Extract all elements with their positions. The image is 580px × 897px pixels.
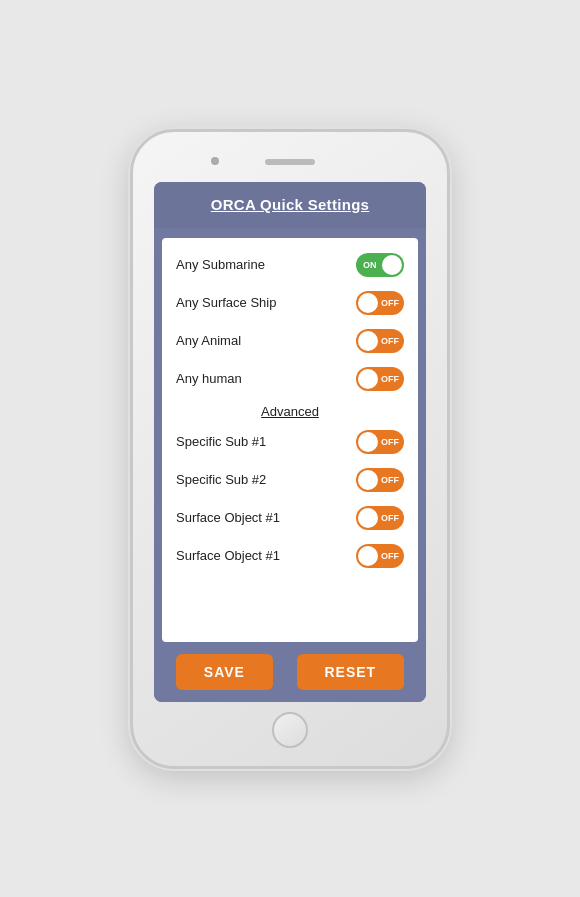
toggle-surface-object-1[interactable]: OFF (356, 506, 404, 530)
toggle-surface-object-2[interactable]: OFF (356, 544, 404, 568)
setting-label-surface-object-2: Surface Object #1 (176, 548, 280, 563)
setting-label-any-submarine: Any Submarine (176, 257, 265, 272)
setting-row-any-surface-ship: Any Surface Ship OFF (162, 284, 418, 322)
setting-label-any-human: Any human (176, 371, 242, 386)
toggle-knob (358, 432, 378, 452)
toggle-text: OFF (381, 437, 399, 447)
phone-frame: ORCA Quick Settings Any Submarine ON Any… (130, 129, 450, 769)
setting-label-surface-object-1: Surface Object #1 (176, 510, 280, 525)
phone-camera (211, 157, 219, 165)
settings-panel: Any Submarine ON Any Surface Ship OFF An… (162, 238, 418, 642)
phone-bottom (272, 712, 308, 748)
toggle-any-animal[interactable]: OFF (356, 329, 404, 353)
setting-label-any-animal: Any Animal (176, 333, 241, 348)
toggle-text: OFF (381, 298, 399, 308)
page-title: ORCA Quick Settings (211, 196, 370, 213)
phone-speaker (265, 159, 315, 165)
toggle-any-human[interactable]: OFF (356, 367, 404, 391)
screen-header: ORCA Quick Settings (154, 182, 426, 228)
toggle-knob (358, 470, 378, 490)
setting-row-surface-object-2: Surface Object #1 OFF (162, 537, 418, 575)
toggle-text: ON (363, 260, 377, 270)
toggle-any-submarine[interactable]: ON (356, 253, 404, 277)
toggle-text: OFF (381, 551, 399, 561)
save-button[interactable]: SAVE (176, 654, 273, 690)
toggle-text: OFF (381, 374, 399, 384)
toggle-knob (358, 508, 378, 528)
setting-label-specific-sub-2: Specific Sub #2 (176, 472, 266, 487)
phone-top-bar (143, 150, 437, 174)
home-button[interactable] (272, 712, 308, 748)
setting-row-any-submarine: Any Submarine ON (162, 246, 418, 284)
setting-row-specific-sub-1: Specific Sub #1 OFF (162, 423, 418, 461)
toggle-text: OFF (381, 475, 399, 485)
setting-row-surface-object-1: Surface Object #1 OFF (162, 499, 418, 537)
toggle-knob (358, 293, 378, 313)
toggle-text: OFF (381, 336, 399, 346)
setting-label-any-surface-ship: Any Surface Ship (176, 295, 276, 310)
setting-row-any-animal: Any Animal OFF (162, 322, 418, 360)
toggle-specific-sub-2[interactable]: OFF (356, 468, 404, 492)
toggle-knob (358, 546, 378, 566)
toggle-text: OFF (381, 513, 399, 523)
toggle-knob (382, 255, 402, 275)
screen-footer: SAVE RESET (154, 642, 426, 702)
setting-row-specific-sub-2: Specific Sub #2 OFF (162, 461, 418, 499)
toggle-knob (358, 369, 378, 389)
phone-screen: ORCA Quick Settings Any Submarine ON Any… (154, 182, 426, 702)
setting-row-any-human: Any human OFF (162, 360, 418, 398)
setting-label-specific-sub-1: Specific Sub #1 (176, 434, 266, 449)
toggle-specific-sub-1[interactable]: OFF (356, 430, 404, 454)
toggle-any-surface-ship[interactable]: OFF (356, 291, 404, 315)
reset-button[interactable]: RESET (297, 654, 405, 690)
toggle-knob (358, 331, 378, 351)
advanced-section-label: Advanced (162, 398, 418, 423)
